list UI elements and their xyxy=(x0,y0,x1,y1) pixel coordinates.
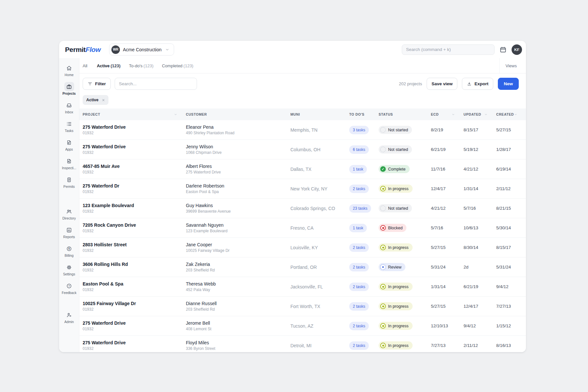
settings-icon xyxy=(64,263,74,272)
tab-active[interactable]: Active(123) xyxy=(97,63,120,68)
column-header-todos[interactable]: TO DO'S xyxy=(349,112,379,116)
status-icon xyxy=(380,127,386,133)
status-badge: In progress xyxy=(379,322,413,330)
views-button[interactable]: Views xyxy=(499,58,517,73)
column-header-muni[interactable]: MUNI xyxy=(290,112,349,116)
sidebar-item-inbox[interactable]: Inbox xyxy=(59,98,79,117)
table-row[interactable]: 2803 Hollister Street 01932 Jane Cooper … xyxy=(79,238,526,257)
tabs-row: All Active(123) To-do's(123) Completed(1… xyxy=(79,58,526,74)
logo-text-flow: Flow xyxy=(86,46,101,53)
sort-chevron-icon xyxy=(514,113,517,116)
sidebar-item-label: Apps xyxy=(65,148,73,151)
sidebar-item-apps[interactable]: Apps xyxy=(59,135,79,154)
project-id: 01932 xyxy=(83,209,181,214)
status-label: Blocked xyxy=(388,226,402,230)
sort-chevron-icon xyxy=(174,113,177,116)
column-header-status[interactable]: STATUS xyxy=(379,112,431,116)
tab-completed[interactable]: Completed(123) xyxy=(162,63,193,68)
todos-badge[interactable]: 1 task xyxy=(349,165,367,173)
ecd-date: 8/2/19 xyxy=(431,127,464,132)
muni: Columbus, OH xyxy=(290,147,349,152)
column-header-project[interactable]: PROJECT xyxy=(83,112,186,116)
table-row[interactable]: 275 Waterford Drive 01932 Jenny Wilson 1… xyxy=(79,140,526,159)
sidebar-item-reports[interactable]: Reports xyxy=(59,223,79,241)
column-header-customer[interactable]: CUSTOMER xyxy=(186,112,290,116)
sidebar-item-home[interactable]: Home xyxy=(59,61,79,79)
status-badge: In progress xyxy=(379,185,413,193)
tasks-icon xyxy=(64,119,74,128)
table-row[interactable]: 10025 Fairway Village Dr 01932 Dianne Ru… xyxy=(79,297,526,316)
calendar-icon[interactable] xyxy=(499,46,507,54)
sidebar-item-admin[interactable]: Admin xyxy=(59,308,79,326)
todos-badge[interactable]: 6 tasks xyxy=(349,145,369,154)
sidebar-item-projects[interactable]: Projects xyxy=(59,79,79,98)
todos-badge[interactable]: 2 tasks xyxy=(349,263,369,271)
muni: Fort Worth, TX xyxy=(290,304,349,309)
sidebar-item-label: Tasks xyxy=(65,129,73,133)
user-avatar[interactable]: KF xyxy=(512,44,522,55)
status-icon xyxy=(380,166,386,172)
export-button[interactable]: Export xyxy=(462,78,493,90)
table-row[interactable]: 275 Waterford Drive 01932 Jerome Bell 40… xyxy=(79,316,526,336)
table-row[interactable]: 3606 Rolling Hills Rd 01932 Zak Zekeria … xyxy=(79,257,526,277)
tab-all[interactable]: All xyxy=(83,63,88,68)
todos-badge[interactable]: 2 tasks xyxy=(349,302,369,311)
table-header: PROJECT CUSTOMER MUNI TO DO'S STATUS ECD… xyxy=(79,108,526,120)
project-title: 275 Waterford Drive xyxy=(83,340,181,345)
muni: Memphis, TN xyxy=(290,127,349,133)
sidebar-item-label: Billing xyxy=(65,254,74,257)
created-date: 1/28/17 xyxy=(496,147,526,152)
sidebar-item-tasks[interactable]: Tasks xyxy=(59,117,79,135)
sidebar-item-feedback[interactable]: ? Feedback xyxy=(59,279,79,297)
todos-badge[interactable]: 23 tasks xyxy=(349,204,371,213)
new-button[interactable]: New xyxy=(498,78,519,90)
customer-name: Albert Flores xyxy=(186,164,286,169)
filter-chip[interactable]: Active xyxy=(83,95,108,105)
org-name: Acme Construction xyxy=(123,47,161,52)
feedback-icon: ? xyxy=(64,281,74,290)
global-search-input[interactable] xyxy=(402,44,495,55)
todos-badge[interactable]: 2 tasks xyxy=(349,283,369,291)
filter-button[interactable]: Filter xyxy=(83,78,111,90)
sidebar-item-inspecti[interactable]: Inspecti... xyxy=(59,154,79,172)
column-header-updated[interactable]: UPDATED xyxy=(464,112,496,116)
table-row[interactable]: 275 Waterford Drive 01932 Floyd Miles 33… xyxy=(79,336,526,352)
status-icon xyxy=(380,323,386,329)
todos-badge[interactable]: 2 tasks xyxy=(349,243,369,252)
table-row[interactable]: 7205 Rock Canyon Drive 01932 Savannah Ng… xyxy=(79,218,526,238)
todos-badge[interactable]: 2 tasks xyxy=(349,185,369,193)
status-badge: In progress xyxy=(379,302,413,310)
customer-address: 203 Sheffield Rd xyxy=(186,268,286,272)
project-id: 01932 xyxy=(83,287,181,292)
sidebar-item-settings[interactable]: Settings xyxy=(59,260,79,279)
tab-todos[interactable]: To-do's(123) xyxy=(129,63,154,68)
table-row[interactable]: 123 Example Boulevard 01932 Guy Hawkins … xyxy=(79,199,526,218)
todos-badge[interactable]: 2 tasks xyxy=(349,341,369,350)
table-row[interactable]: 275 Waterford Drive 01932 Eleanor Pena 4… xyxy=(79,120,526,140)
org-avatar: WR xyxy=(111,45,120,54)
sidebar-item-label: Admin xyxy=(64,320,74,324)
save-view-button[interactable]: Save view xyxy=(427,78,458,90)
project-title: 2803 Hollister Street xyxy=(83,242,181,247)
todos-badge[interactable]: 3 tasks xyxy=(349,126,369,134)
todos-badge[interactable]: 1 task xyxy=(349,224,367,232)
table-search-input[interactable] xyxy=(115,78,197,90)
org-selector[interactable]: WR Acme Construction xyxy=(109,43,174,56)
column-header-created[interactable]: CREATED xyxy=(496,112,526,116)
table-row[interactable]: 275 Waterford Dr 01932 Darlene Robertson… xyxy=(79,179,526,199)
table-row[interactable]: Easton Pool & Spa 01932 Theresa Webb 452… xyxy=(79,277,526,297)
todos-badge[interactable]: 2 tasks xyxy=(349,322,369,330)
ecd-date: 4/21/12 xyxy=(431,206,464,211)
close-icon[interactable] xyxy=(101,98,106,102)
table-row[interactable]: 4657-85 Muir Ave 01932 Albert Flores 275… xyxy=(79,159,526,179)
sidebar-item-directory[interactable]: Directory xyxy=(59,204,79,223)
sidebar-item-permits[interactable]: Permits xyxy=(59,172,79,191)
muni: Dallas, TX xyxy=(290,167,349,172)
column-header-ecd[interactable]: ECD xyxy=(431,112,464,116)
status-badge: Review xyxy=(379,263,405,271)
customer-address: 452 Pala Way xyxy=(186,287,286,292)
svg-text:?: ? xyxy=(68,285,70,287)
sidebar-item-billing[interactable]: $ Billing xyxy=(59,241,79,260)
customer-name: Theresa Webb xyxy=(186,281,286,286)
created-date: 5/31/24 xyxy=(496,265,526,270)
